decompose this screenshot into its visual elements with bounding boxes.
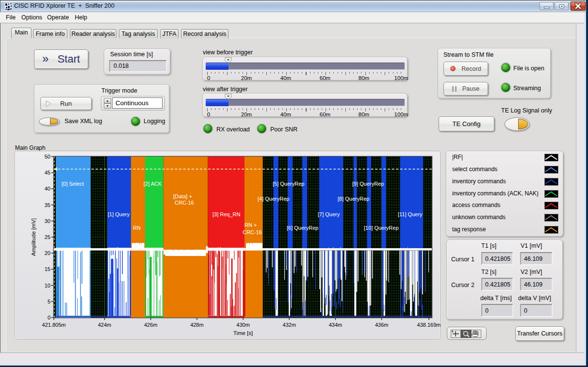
svg-text:35: 35 xyxy=(45,202,50,208)
svg-text:RN: RN xyxy=(133,225,141,231)
svg-text:[10] QueryRep: [10] QueryRep xyxy=(364,225,399,231)
svg-text:[6] QueryRep: [6] QueryRep xyxy=(287,225,318,231)
svg-text:[Data] +: [Data] + xyxy=(173,193,192,199)
svg-text:40: 40 xyxy=(45,186,50,191)
svg-text:45: 45 xyxy=(45,170,50,176)
svg-text:20: 20 xyxy=(45,250,50,256)
svg-text:436m: 436m xyxy=(375,322,389,328)
svg-text:RN +: RN + xyxy=(245,222,257,228)
svg-text:25: 25 xyxy=(45,234,50,240)
svg-text:426m: 426m xyxy=(144,322,158,328)
svg-text:434m: 434m xyxy=(329,322,343,328)
svg-text:[11] Query: [11] Query xyxy=(398,211,423,217)
svg-text:30: 30 xyxy=(45,218,50,224)
svg-text:428m: 428m xyxy=(190,322,204,328)
svg-text:424m: 424m xyxy=(98,322,112,328)
svg-text:Amplitude [mV]: Amplitude [mV] xyxy=(31,218,36,256)
svg-text:50: 50 xyxy=(45,154,50,160)
svg-text:421.805m: 421.805m xyxy=(42,322,66,328)
svg-text:[7] Query: [7] Query xyxy=(318,211,340,217)
svg-text:[4] QueryRep: [4] QueryRep xyxy=(258,196,289,202)
svg-text:5: 5 xyxy=(48,299,50,304)
svg-text:432m: 432m xyxy=(283,322,296,328)
svg-text:10: 10 xyxy=(45,283,50,288)
svg-text:CRC-16: CRC-16 xyxy=(243,229,262,235)
svg-text:[9] QueryRep: [9] QueryRep xyxy=(352,181,384,187)
svg-text:[3] Req_RN: [3] Req_RN xyxy=(212,211,241,217)
svg-text:[5] QueryRep: [5] QueryRep xyxy=(273,181,304,187)
svg-text:0: 0 xyxy=(48,315,50,320)
svg-text:15: 15 xyxy=(45,266,50,272)
svg-text:[8] QueryRep: [8] QueryRep xyxy=(338,196,369,202)
svg-text:438.169m: 438.169m xyxy=(417,322,441,328)
svg-text:CRC-16: CRC-16 xyxy=(175,200,194,206)
svg-text:[0] Select: [0] Select xyxy=(62,181,84,187)
svg-text:[1] Query: [1] Query xyxy=(108,211,130,217)
svg-text:430m: 430m xyxy=(236,322,250,328)
svg-text:[2] ACK: [2] ACK xyxy=(144,181,162,187)
svg-text:Time [s]: Time [s] xyxy=(233,330,253,336)
